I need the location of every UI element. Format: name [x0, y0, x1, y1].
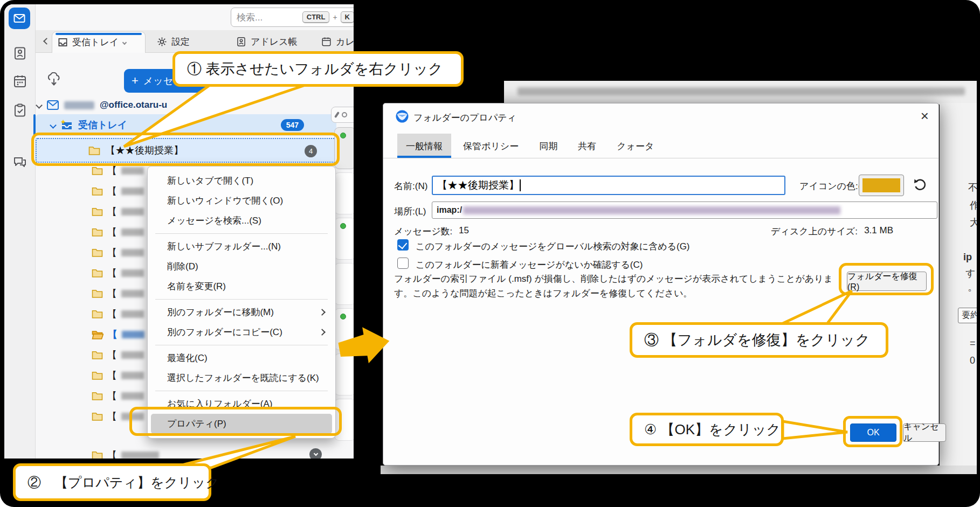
menu-item-open-in-new-tab[interactable]: 新しいタブで開く(T): [148, 171, 335, 191]
highlight-ok-button: [843, 416, 902, 447]
location-field-label: 場所:(L): [394, 205, 426, 218]
mail-space-button[interactable]: [9, 8, 30, 29]
get-messages-icon[interactable]: [46, 72, 61, 87]
check-new-messages-checkbox-label: このフォルダーに新着メッセージがないか確認する(C): [416, 259, 643, 271]
reset-color-icon[interactable]: [913, 177, 928, 192]
folder-label-truncated: 【: [107, 449, 117, 459]
submenu-chevron-icon: [319, 309, 326, 316]
folder-icon: [92, 391, 103, 401]
cancel-button[interactable]: キャンセル: [903, 423, 946, 442]
message-list-item[interactable]: [334, 172, 354, 214]
background-text-fragment: 0: [970, 355, 975, 366]
background-window-right-strip: 不 作 大 ip す 。 要約 = 0: [940, 103, 977, 466]
icon-color-swatch-button[interactable]: [859, 175, 904, 196]
folder-name-cutoff: [122, 331, 144, 338]
tab-address-book[interactable]: アドレス帳: [236, 36, 298, 48]
chat-icon: [13, 155, 27, 169]
close-icon[interactable]: ×: [921, 108, 929, 124]
menu-item-compact[interactable]: 最適化(C): [148, 348, 335, 368]
menu-item-rename[interactable]: 名前を変更(R): [148, 276, 335, 296]
dialog-tab-sync[interactable]: 同期: [530, 134, 566, 158]
folder-row[interactable]: 【: [36, 263, 144, 283]
message-count-label: メッセージ数:: [394, 225, 452, 238]
folder-label-truncated: 【: [107, 164, 117, 177]
dialog-title: フォルダーのプロパティ: [413, 112, 516, 124]
summary-button-fragment[interactable]: 要約: [958, 308, 977, 323]
tabs-back-button[interactable]: [43, 38, 50, 45]
folder-row[interactable]: 【: [36, 283, 144, 304]
menu-item-new-subfolder[interactable]: 新しいサブフォルダー...(N): [148, 237, 335, 256]
chat-space-button[interactable]: [13, 155, 27, 169]
global-search-box[interactable]: 検索... CTRL + K: [231, 8, 354, 27]
address-book-space-button[interactable]: [13, 46, 27, 60]
folder-icon: [92, 186, 103, 196]
folder-name-input[interactable]: 【★★後期授業】: [432, 176, 785, 195]
account-expand-chevron-icon[interactable]: [36, 102, 43, 109]
message-list-item[interactable]: [334, 308, 354, 350]
check-new-messages-checkbox[interactable]: [397, 258, 409, 269]
sync-arrow-icon: [313, 452, 318, 456]
folder-label-truncated: 【: [107, 185, 117, 198]
folder-location-input[interactable]: imap:/: [432, 202, 937, 219]
callout-step3: ③ 【フォルダを修復】をクリック: [630, 322, 888, 358]
tasks-space-button[interactable]: [13, 103, 27, 117]
folder-row[interactable]: 【: [36, 202, 144, 222]
menu-item-open-in-new-window[interactable]: 新しいウィンドウで開く(O): [148, 191, 335, 211]
calendar-space-button[interactable]: [13, 74, 27, 88]
highlight-selected-folder: [31, 133, 340, 166]
inbox-tab-icon: [58, 37, 68, 47]
menu-item-mark-folder-read[interactable]: 選択したフォルダーを既読にする(K): [148, 368, 335, 388]
global-search-checkbox[interactable]: [397, 239, 409, 251]
folder-row[interactable]: 【: [36, 406, 144, 427]
dialog-tab-general[interactable]: 一般情報: [397, 134, 451, 158]
menu-item-copy-to-folder[interactable]: 別のフォルダーにコピー(C): [148, 322, 335, 342]
dialog-tab-quota[interactable]: クォータ: [608, 134, 662, 158]
folder-row[interactable]: 【: [36, 386, 144, 406]
background-text-fragment: 。: [968, 281, 977, 294]
account-row[interactable]: @office.otaru-u: [37, 97, 339, 113]
folder-name-cutoff: [121, 351, 144, 359]
folder-row[interactable]: 【: [36, 242, 144, 263]
blurred-background-text: [517, 87, 965, 95]
tab-settings[interactable]: 設定: [157, 36, 190, 48]
folder-label-truncated: 【: [107, 205, 117, 218]
dialog-tab-sharing[interactable]: 共有: [569, 134, 605, 158]
message-list-item[interactable]: [334, 218, 354, 260]
global-search-checkbox-label: このフォルダーのメッセージをグローバル検索の対象に含める(G): [416, 240, 690, 253]
folder-row[interactable]: 【: [36, 222, 144, 242]
folder-icon: [92, 289, 103, 298]
mail-icon: [13, 12, 25, 24]
tab-calendar[interactable]: カレンダー: [321, 36, 354, 48]
unread-dot-icon: [340, 314, 346, 320]
inbox-expand-chevron-icon[interactable]: [50, 122, 57, 129]
tab-menu-chevron-icon[interactable]: [122, 40, 127, 44]
folder-row[interactable]: 【: [36, 345, 144, 365]
folder-row-open[interactable]: 【: [36, 324, 144, 345]
folder-icon: [92, 450, 103, 459]
highlight-repair-button: [839, 263, 934, 295]
folder-row[interactable]: 【: [36, 304, 144, 324]
quick-filter-bar[interactable]: [331, 107, 354, 123]
menu-item-delete[interactable]: 削除(D): [148, 256, 335, 276]
open-folder-icon: [92, 330, 103, 340]
folder-row[interactable]: 【: [36, 365, 144, 386]
dialog-tab-retention[interactable]: 保管ポリシー: [454, 134, 527, 158]
folder-icon: [92, 412, 103, 421]
background-text-fragment: 作: [970, 199, 977, 212]
folder-icon: [92, 309, 103, 319]
message-list-item[interactable]: [334, 263, 354, 305]
folder-name-cutoff: [121, 208, 144, 216]
folder-row[interactable]: 【: [36, 445, 159, 459]
folder-icon: [92, 207, 103, 217]
menu-item-search-messages[interactable]: メッセージを検索...(S): [148, 211, 335, 231]
menu-item-move-to-folder[interactable]: 別のフォルダーに移動(M): [148, 302, 335, 322]
folder-row[interactable]: 【: [36, 181, 144, 202]
keycap-ctrl: CTRL: [302, 11, 330, 23]
highlight-properties-item: [129, 407, 342, 436]
message-list-item[interactable]: [334, 353, 354, 395]
folder-name-cutoff: [121, 310, 144, 318]
tab-inbox[interactable]: 受信トレイ: [52, 31, 146, 53]
tutorial-image: 検索... CTRL + K 受信トレイ: [0, 0, 980, 507]
folder-name-cutoff: [121, 167, 144, 175]
account-domain: @office.otaru-u: [100, 100, 167, 110]
